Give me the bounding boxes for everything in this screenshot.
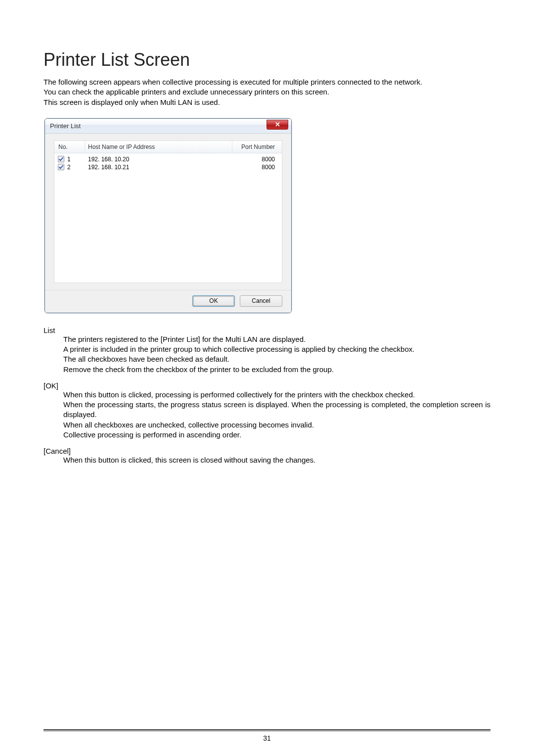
col-header-no[interactable]: No. [54,141,85,153]
row-host: 192. 168. 10.21 [85,164,232,171]
desc-cancel-p1: When this button is clicked, this screen… [63,455,490,465]
table-header: No. Host Name or IP Address Port Number [54,141,282,153]
desc-body-cancel: When this button is clicked, this screen… [63,455,490,465]
printer-list-dialog: Printer List ✕ No. Host Name or IP Addre… [44,118,292,313]
desc-ok-p3: When all checkboxes are unchecked, colle… [63,420,490,430]
row-host: 192. 168. 10.20 [85,156,232,163]
desc-list-p1: The printers registered to the [Printer … [63,334,490,344]
close-button[interactable]: ✕ [267,120,288,130]
desc-ok-p2: When the processing starts, the progress… [63,400,490,420]
dialog-body: No. Host Name or IP Address Port Number … [45,134,291,290]
intro-p2: You can check the applicable printers an… [44,87,490,97]
desc-ok-p1: When this button is clicked, processing … [63,390,490,400]
dialog-buttonbar: OK Cancel [45,290,291,313]
row-checkbox[interactable] [58,156,64,162]
row-checkbox[interactable] [58,164,64,170]
desc-list-p4: Remove the check from the checkbox of th… [63,365,490,375]
close-icon: ✕ [275,121,280,128]
intro-paragraphs: The following screen appears when collec… [44,77,490,107]
page-title: Printer List Screen [44,49,490,70]
row-no: 2 [67,164,71,171]
page-number: 31 [0,734,534,742]
desc-term-list: List [44,326,490,334]
desc-list-p3: The all checkboxes have been checked as … [63,354,490,364]
table-row[interactable]: 2 192. 168. 10.21 8000 [54,163,282,171]
desc-term-cancel: [Cancel] [44,447,490,455]
descriptions-section: List The printers registered to the [Pri… [44,326,490,466]
intro-p1: The following screen appears when collec… [44,77,490,87]
desc-term-ok: [OK] [44,381,490,390]
check-icon [59,165,63,169]
table-rows: 1 192. 168. 10.20 8000 2 192. 168. 10.21… [54,153,282,171]
desc-ok-p4: Collective processing is performed in as… [63,430,490,440]
check-icon [59,157,63,161]
printer-list-table: No. Host Name or IP Address Port Number … [54,141,282,283]
row-port: 8000 [232,156,282,163]
footer-rule [44,729,490,731]
table-row[interactable]: 1 192. 168. 10.20 8000 [54,155,282,163]
col-header-port[interactable]: Port Number [232,141,282,153]
ok-button[interactable]: OK [192,295,235,307]
dialog-titlebar[interactable]: Printer List ✕ [45,119,291,134]
desc-list-p2: A printer is included in the printer gro… [63,344,490,354]
intro-p3: This screen is displayed only when Multi… [44,97,490,107]
desc-body-list: The printers registered to the [Printer … [63,334,490,375]
col-header-host[interactable]: Host Name or IP Address [85,141,232,153]
cancel-button[interactable]: Cancel [240,295,282,307]
dialog-title: Printer List [50,122,81,130]
row-no: 1 [67,156,71,163]
desc-body-ok: When this button is clicked, processing … [63,390,490,440]
row-port: 8000 [232,164,282,171]
